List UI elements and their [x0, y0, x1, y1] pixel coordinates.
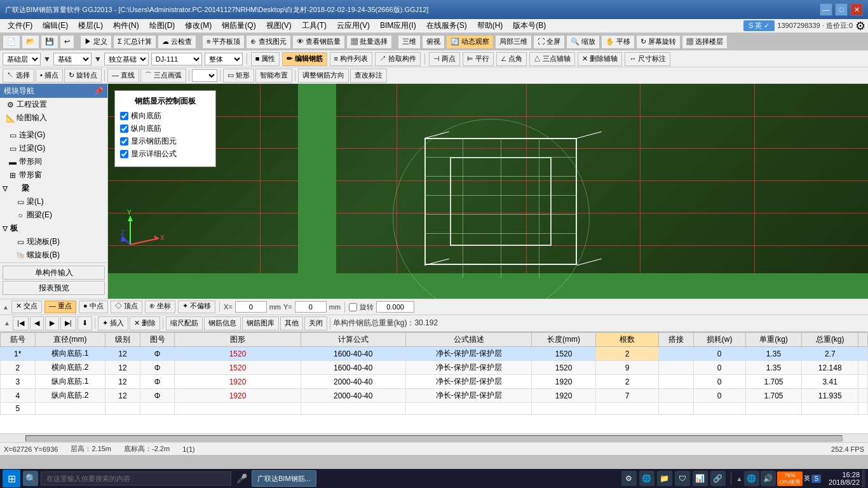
sogou-search[interactable]: S 英 ✓ [743, 20, 775, 31]
td-id[interactable]: 3 [1, 375, 36, 389]
nav-last-btn[interactable]: ▶| [60, 316, 76, 330]
shape-select[interactable] [192, 69, 217, 82]
view-rebar-btn[interactable]: 👁 查看钢筋量 [292, 35, 345, 49]
menu-draw[interactable]: 绘图(D) [144, 19, 180, 32]
cb-show-formula[interactable] [120, 150, 128, 158]
td-length[interactable]: 1520 [532, 347, 596, 361]
network-icon[interactable]: 🌐 [744, 471, 759, 486]
edit-rebar-btn[interactable]: ✏ 编辑钢筋 [282, 52, 327, 66]
td-length[interactable]: 1520 [532, 361, 596, 375]
taskbar-icon-1[interactable]: ⚙ [621, 471, 637, 486]
x-input[interactable] [235, 301, 267, 313]
snap-no-offset-btn[interactable]: ✦ 不偏移 [178, 301, 215, 313]
td-formula[interactable]: 1600-40-40 [301, 347, 405, 361]
settings-icon[interactable]: ⚙ [855, 19, 865, 33]
td-unit-weight[interactable]: 1.35 [745, 347, 802, 361]
td-unit-weight[interactable] [745, 403, 802, 415]
td-diameter[interactable]: 12 [105, 361, 140, 375]
parallel-btn[interactable]: ⊨ 平行 [463, 52, 494, 66]
find-elem-btn[interactable]: ⊕ 查找图元 [246, 35, 290, 49]
td-lap[interactable] [659, 347, 694, 361]
td-name[interactable]: 纵向底筋.1 [35, 375, 105, 389]
menu-rebar-qty[interactable]: 钢筋量(Q) [217, 19, 261, 32]
menu-view[interactable]: 视图(V) [261, 19, 297, 32]
snap-midpoint-btn[interactable]: — 重点 [44, 301, 76, 313]
td-id[interactable]: 5 [1, 403, 36, 415]
menu-file[interactable]: 文件(F) [3, 19, 37, 32]
td-count[interactable] [595, 403, 658, 415]
new-btn[interactable]: 📄 [3, 35, 20, 49]
td-count[interactable]: 7 [595, 389, 658, 403]
td-diagram[interactable] [175, 403, 301, 415]
menu-component[interactable]: 构件(N) [108, 19, 144, 32]
nav-prev-btn[interactable]: ◀ [30, 316, 44, 330]
screen-rotate-btn[interactable]: ↻ 屏幕旋转 [636, 35, 681, 49]
delete-row-btn[interactable]: ✕ 删除 [130, 316, 160, 330]
td-count[interactable]: 2 [595, 347, 658, 361]
rebar-table-area[interactable]: 筋号 直径(mm) 级别 图号 图形 计算公式 公式描述 长度(mm) 根数 搭… [0, 332, 868, 433]
align-top-btn[interactable]: ≡ 平齐板顶 [202, 35, 245, 49]
component-list-btn[interactable]: ≡ 构件列表 [330, 52, 372, 66]
td-desc[interactable]: 净长-保护层-保护层 [405, 361, 531, 375]
td-name[interactable]: 纵向底筋.2 [35, 389, 105, 403]
open-btn[interactable]: 📂 [22, 35, 39, 49]
rect-btn[interactable]: ▭ 矩形 [223, 69, 254, 83]
base-type-select[interactable]: 基础 [53, 53, 92, 65]
h-scrollbar[interactable] [0, 433, 868, 442]
zoom-btn[interactable]: 🔍 缩放 [566, 35, 600, 49]
nav-down-btn[interactable]: ⬇ [78, 316, 92, 330]
td-lap[interactable] [659, 403, 694, 415]
td-loss[interactable]: 0 [693, 375, 745, 389]
td-diameter[interactable]: 12 [105, 375, 140, 389]
taskbar-icon-5[interactable]: 📊 [693, 471, 708, 486]
sogou-taskbar[interactable]: S [811, 475, 821, 483]
td-total-weight[interactable]: 12.148 [802, 361, 858, 375]
td-loss[interactable]: 0 [693, 347, 745, 361]
td-name[interactable]: 横向底筋.1 [35, 347, 105, 361]
show-desktop-btn[interactable] [862, 470, 865, 487]
rotate-point-btn[interactable]: ↻ 旋转点 [64, 69, 102, 83]
td-unit-weight[interactable]: 1.35 [745, 361, 802, 375]
td-length[interactable] [532, 403, 596, 415]
td-name[interactable]: 横向底筋.2 [35, 361, 105, 375]
td-loss[interactable]: 0 [693, 389, 745, 403]
td-unit-weight[interactable]: 1.705 [745, 389, 802, 403]
table-row[interactable]: 5 [1, 403, 868, 415]
td-diagram[interactable]: 1920 [175, 375, 301, 389]
report-preview-btn[interactable]: 报表预览 [3, 281, 105, 295]
td-grade[interactable]: Φ [140, 347, 175, 361]
whole-select[interactable]: 整体 [205, 53, 243, 65]
viewport[interactable]: 钢筋显示控制面板 横向底筋 纵向底筋 显示钢筋图元 显示详细公式 [108, 84, 868, 299]
nav-next-btn[interactable]: ▶ [45, 316, 59, 330]
snap-coord-btn[interactable]: ⊕ 坐标 [145, 301, 175, 313]
table-row[interactable]: 3纵向底筋.112Φ19202000-40-40净长-保护层-保护层192020… [1, 375, 868, 389]
lang-indicator[interactable]: 英 [804, 474, 810, 483]
other-btn[interactable]: 其他 [280, 316, 303, 330]
tree-item-settings[interactable]: ⚙ 工程设置 [0, 98, 107, 111]
td-desc[interactable] [405, 403, 531, 415]
td-total-weight[interactable]: 3.41 [802, 375, 858, 389]
td-diagram[interactable]: 1920 [175, 389, 301, 403]
td-desc[interactable]: 净长-保护层-保护层 [405, 389, 531, 403]
app-taskbar-btn[interactable]: 广联达BIM钢筋... [252, 470, 316, 487]
td-extra[interactable] [858, 375, 868, 389]
td-lap[interactable] [659, 375, 694, 389]
td-extra[interactable] [858, 403, 868, 415]
td-desc[interactable]: 净长-保护层-保护层 [405, 347, 531, 361]
maximize-button[interactable]: □ [835, 3, 848, 16]
td-extra[interactable] [858, 361, 868, 375]
foundation-type-select[interactable]: 独立基础 [104, 53, 149, 65]
menu-cloud[interactable]: 云应用(V) [332, 19, 375, 32]
tree-item-drawing[interactable]: 📐 绘图输入 [0, 111, 107, 125]
snap-vertex-btn[interactable]: ◇ 顶点 [111, 301, 142, 313]
cb-horizontal-bottom[interactable] [120, 112, 128, 120]
td-diagram[interactable]: 1520 [175, 347, 301, 361]
property-btn[interactable]: ■ 属性 [251, 52, 280, 66]
cortana-icon[interactable]: 🔍 [23, 471, 38, 486]
td-formula[interactable]: 1600-40-40 [301, 361, 405, 375]
pan-btn[interactable]: ✋ 平移 [601, 35, 635, 49]
taskbar-icon-3[interactable]: 📁 [657, 471, 672, 486]
tree-lian-liang[interactable]: ▭ 连梁(G) [0, 128, 107, 142]
td-name[interactable] [35, 403, 105, 415]
menu-tools[interactable]: 工具(T) [297, 19, 332, 32]
